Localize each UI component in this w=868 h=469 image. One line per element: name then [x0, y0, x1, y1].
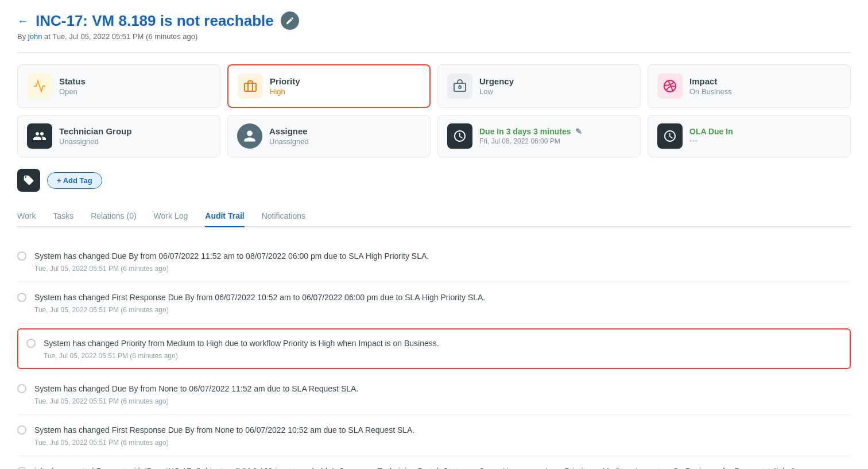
- impact-value: On Business: [689, 87, 732, 96]
- audit-item: System has changed Due By from 06/07/202…: [17, 241, 851, 282]
- audit-text: System has changed Due By from None to 0…: [34, 383, 358, 395]
- due-in-label: Due In 3 days 3 minutes ✎: [479, 127, 582, 136]
- author-link[interactable]: john: [28, 32, 42, 41]
- due-in-icon: [447, 123, 472, 149]
- urgency-icon: [447, 73, 472, 99]
- technician-icon: [27, 123, 52, 149]
- due-edit-icon[interactable]: ✎: [575, 127, 582, 136]
- page-title: INC-17: VM 8.189 is not reachable: [36, 12, 274, 30]
- audit-time: Tue, Jul 05, 2022 05:51 PM (6 minutes ag…: [34, 439, 414, 447]
- audit-item-john: john has created Request with ID as INC-…: [17, 456, 851, 469]
- john-link[interactable]: john: [34, 467, 49, 469]
- audit-item: System has changed Due By from None to 0…: [17, 374, 851, 415]
- impact-label: Impact: [689, 76, 732, 86]
- back-button[interactable]: ←: [17, 14, 29, 28]
- audit-text: System has changed Priority from Medium …: [44, 338, 439, 350]
- tab-tasks[interactable]: Tasks: [53, 206, 73, 227]
- status-card[interactable]: Status Open: [17, 64, 220, 108]
- tab-relations[interactable]: Relations (0): [91, 206, 136, 227]
- audit-radio[interactable]: [17, 384, 26, 393]
- svg-point-3: [459, 86, 461, 88]
- priority-value: High: [270, 87, 300, 96]
- assignee-card[interactable]: Assignee Unassigned: [227, 115, 431, 157]
- audit-item: System has changed First Response Due By…: [17, 415, 851, 456]
- edit-icon[interactable]: [281, 11, 299, 30]
- assignee-label: Assignee: [269, 126, 309, 136]
- urgency-card[interactable]: Urgency Low: [437, 64, 641, 108]
- ola-icon: [657, 123, 683, 149]
- audit-item: System has changed First Response Due By…: [17, 282, 851, 324]
- tab-audit-trail[interactable]: Audit Trail: [205, 206, 244, 227]
- audit-text: System has changed First Response Due By…: [34, 424, 414, 436]
- audit-radio[interactable]: [17, 467, 26, 469]
- due-in-card[interactable]: Due In 3 days 3 minutes ✎ Fri, Jul 08, 2…: [437, 115, 641, 157]
- urgency-label: Urgency: [479, 76, 514, 86]
- audit-time: Tue, Jul 05, 2022 05:51 PM (6 minutes ag…: [34, 397, 358, 405]
- svg-rect-0: [245, 83, 256, 91]
- audit-time: Tue, Jul 05, 2022 05:51 PM (6 minutes ag…: [34, 265, 429, 273]
- audit-radio[interactable]: [17, 293, 26, 302]
- subtitle: By john at Tue, Jul 05, 2022 05:51 PM (6…: [17, 32, 851, 41]
- assignee-value: Unassigned: [269, 137, 309, 146]
- tabs: Work Tasks Relations (0) Work Log Audit …: [17, 206, 851, 227]
- audit-time: Tue, Jul 05, 2022 05:51 PM (6 minutes ag…: [44, 352, 439, 360]
- impact-card[interactable]: Impact On Business: [648, 64, 851, 108]
- technician-value: Unassigned: [59, 137, 131, 146]
- audit-text: System has changed Due By from 06/07/202…: [34, 250, 429, 262]
- technician-card[interactable]: Technician Group Unassigned: [17, 115, 220, 157]
- audit-item-highlighted: System has changed Priority from Medium …: [17, 328, 851, 369]
- audit-text: System has changed First Response Due By…: [34, 292, 485, 304]
- tab-worklog[interactable]: Work Log: [154, 206, 188, 227]
- svg-rect-2: [454, 83, 466, 91]
- status-icon: [27, 73, 52, 99]
- assignee-icon: [237, 123, 262, 149]
- priority-icon: [238, 73, 263, 99]
- priority-card[interactable]: Priority High: [227, 64, 431, 108]
- ola-value: ---: [689, 136, 733, 145]
- status-label: Status: [59, 76, 86, 86]
- audit-radio[interactable]: [17, 425, 26, 435]
- status-value: Open: [59, 87, 86, 96]
- audit-time: Tue, Jul 05, 2022 05:51 PM (6 minutes ag…: [34, 306, 485, 314]
- tab-work[interactable]: Work: [17, 206, 36, 227]
- audit-text: john has created Request with ID as INC-…: [34, 466, 795, 469]
- audit-list: System has changed Due By from 06/07/202…: [17, 241, 851, 469]
- technician-label: Technician Group: [59, 126, 131, 136]
- tags-row: + Add Tag: [17, 169, 851, 192]
- audit-radio[interactable]: [17, 251, 26, 261]
- audit-radio[interactable]: [26, 339, 36, 348]
- due-in-date: Fri, Jul 08, 2022 06:00 PM: [479, 137, 582, 145]
- impact-icon: [657, 73, 683, 99]
- urgency-value: Low: [479, 87, 514, 96]
- tab-notifications[interactable]: Notifications: [262, 206, 305, 227]
- ola-label: OLA Due In: [689, 127, 733, 136]
- priority-label: Priority: [270, 76, 300, 86]
- add-tag-button[interactable]: + Add Tag: [47, 172, 102, 189]
- tag-icon-button[interactable]: [17, 169, 40, 192]
- ola-due-card[interactable]: OLA Due In ---: [648, 115, 851, 157]
